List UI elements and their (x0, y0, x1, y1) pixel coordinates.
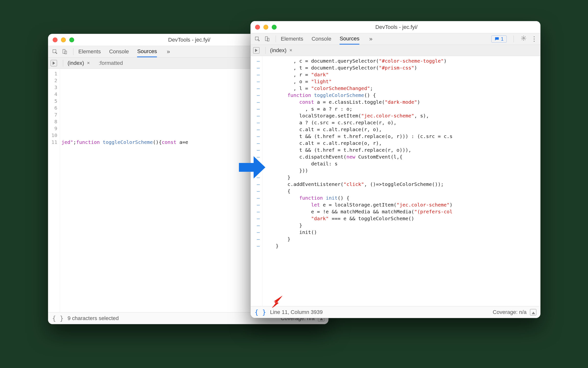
line-marker: – (253, 215, 260, 222)
drawer-toggle-icon[interactable] (530, 309, 536, 315)
file-tab-formatted[interactable]: :formatted (97, 60, 124, 66)
code-line: let e = localStorage.getItem("jec.color-… (264, 201, 540, 208)
zoom-icon[interactable] (272, 25, 277, 30)
line-marker: – (253, 105, 260, 112)
window-title: DevTools - jec.fyi/ (277, 24, 516, 30)
close-icon[interactable] (255, 25, 260, 30)
close-icon[interactable] (53, 37, 58, 42)
annotation-arrow-icon (271, 294, 285, 309)
line-number: 7 (51, 111, 57, 118)
svg-point-6 (523, 37, 524, 39)
code-editor[interactable]: –––––––––––––––––––––––––––– , c = docum… (251, 56, 540, 306)
code-line: const a = e.classList.toggle("dark-mode"… (264, 99, 540, 105)
line-marker: – (253, 92, 260, 99)
code-line: function toggleColorScheme() { (264, 92, 540, 99)
kebab-menu-icon[interactable]: ⋮ (531, 35, 537, 43)
device-toggle-icon[interactable] (263, 35, 271, 43)
panel-tabs: Elements Console Sources » (78, 46, 172, 57)
issues-count: 1 (501, 36, 504, 42)
file-tab-index[interactable]: (index) × (66, 60, 92, 66)
file-tabbar: (index) × (251, 45, 540, 56)
code-line: } (264, 242, 540, 249)
line-marker: – (253, 201, 260, 208)
code-line: , o = "light" (264, 78, 540, 85)
code-line: , r = "dark" (264, 71, 540, 78)
code-line: { (264, 188, 540, 195)
main-toolbar: Elements Console Sources » 1 ⋮ (251, 33, 540, 45)
line-marker: – (253, 58, 260, 64)
tab-console[interactable]: Console (312, 34, 331, 44)
panel-tabs: Elements Console Sources » (281, 34, 374, 45)
debugger-play-icon[interactable] (253, 47, 259, 54)
more-tabs-icon[interactable]: » (165, 48, 171, 55)
selection-status: 9 characters selected (68, 315, 119, 322)
code-line: } (264, 236, 540, 242)
code-line: c.dispatchEvent(new CustomEvent(l,{ (264, 153, 540, 160)
more-tabs-icon[interactable]: » (368, 35, 374, 42)
code-line: detail: s (264, 160, 540, 167)
code-line: , l = "colorSchemeChanged"; (264, 85, 540, 92)
line-marker: – (253, 229, 260, 236)
code-line: "dark" === e && toggleColorScheme() (264, 215, 540, 222)
titlebar: DevTools - jec.fyi/ (251, 21, 540, 33)
pretty-print-icon[interactable]: { } (255, 309, 266, 316)
code-line: function init() { (264, 195, 540, 201)
line-marker: – (253, 78, 260, 85)
line-marker: – (253, 133, 260, 140)
zoom-icon[interactable] (69, 37, 74, 42)
code-area[interactable]: , c = document.querySelector("#color-sch… (262, 56, 540, 306)
code-line: t && (t.href = t.href.replace(r, o))), (264, 147, 540, 153)
line-marker: – (253, 119, 260, 126)
settings-icon[interactable] (521, 35, 527, 43)
line-marker: – (253, 140, 260, 147)
annotation-arrow-icon (237, 153, 267, 182)
line-number: 4 (51, 91, 57, 98)
close-tab-icon[interactable]: × (86, 60, 91, 66)
tab-elements[interactable]: Elements (78, 46, 101, 57)
line-number: 6 (51, 104, 57, 111)
line-marker: – (253, 208, 260, 215)
line-marker: – (253, 236, 260, 242)
code-line: init() (264, 229, 540, 236)
code-line: } (264, 222, 540, 229)
line-marker: – (253, 147, 260, 153)
code-line: , t = document.querySelector("#prism-css… (264, 64, 540, 71)
close-tab-icon[interactable]: × (288, 47, 293, 53)
line-number: 1 (51, 70, 57, 77)
file-tab-index[interactable]: (index) × (269, 47, 295, 54)
line-gutter: 1234567891011 (48, 69, 60, 312)
line-marker: – (253, 195, 260, 201)
tab-sources[interactable]: Sources (137, 46, 157, 57)
coverage-status: Coverage: n/a (493, 309, 527, 315)
minimize-icon[interactable] (61, 37, 66, 42)
line-number: 9 (51, 125, 57, 132)
traffic-lights (53, 37, 74, 42)
minimize-icon[interactable] (263, 25, 268, 30)
device-toggle-icon[interactable] (61, 48, 68, 55)
line-marker: – (253, 126, 260, 133)
inspect-icon[interactable] (254, 35, 261, 43)
line-number: 5 (51, 98, 57, 104)
line-number: 2 (51, 77, 57, 84)
tab-sources[interactable]: Sources (340, 34, 359, 45)
code-line: c.alt = c.alt.replace(r, o), (264, 126, 540, 133)
file-tab-label: :formatted (99, 60, 123, 66)
code-line: , c = document.querySelector("#color-sch… (264, 58, 540, 64)
line-marker: – (253, 85, 260, 92)
line-marker: – (253, 222, 260, 229)
line-marker: – (253, 188, 260, 195)
devtools-window-right: DevTools - jec.fyi/ Elements Console Sou… (250, 21, 541, 318)
code-line: e = !e && matchMedia && matchMedia("(pre… (264, 208, 540, 215)
issues-badge[interactable]: 1 (491, 35, 507, 43)
line-marker: – (253, 64, 260, 71)
line-marker: – (253, 242, 260, 249)
code-line: c.alt = c.alt.replace(o, r), (264, 140, 540, 147)
code-line: })) (264, 167, 540, 174)
tab-elements[interactable]: Elements (281, 34, 303, 44)
tab-console[interactable]: Console (109, 46, 129, 57)
file-tab-label: (index) (68, 60, 84, 66)
inspect-icon[interactable] (51, 48, 59, 55)
line-number: 11 (51, 139, 57, 146)
pretty-print-icon[interactable]: { } (52, 315, 64, 322)
debugger-play-icon[interactable] (51, 60, 57, 66)
